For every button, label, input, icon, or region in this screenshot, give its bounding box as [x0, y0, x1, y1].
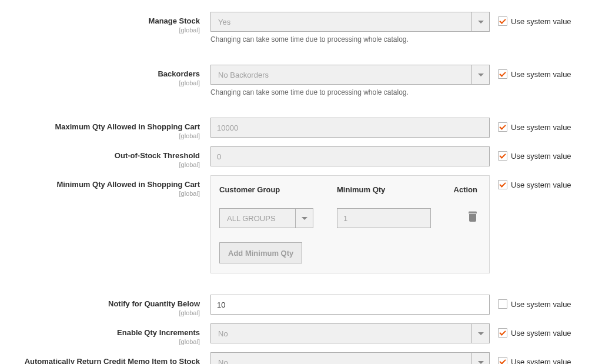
chevron-down-icon [471, 353, 489, 364]
label-auto-return: Automatically Return Credit Memo Item to… [25, 357, 200, 364]
input-max-qty[interactable] [210, 118, 490, 138]
checkbox-use-system-manage-stock[interactable] [498, 16, 507, 26]
label-notify-below: Notify for Quantity Below [108, 299, 200, 308]
use-system-label: Use system value [511, 152, 571, 161]
select-customer-group[interactable]: ALL GROUPS [219, 208, 313, 228]
row-auto-return: Automatically Return Credit Memo Item to… [11, 352, 591, 364]
row-min-qty-group: Minimum Qty Allowed in Shopping Cart [gl… [11, 175, 591, 273]
trash-icon[interactable] [468, 212, 477, 223]
label-enable-qty-inc: Enable Qty Increments [117, 328, 200, 337]
min-qty-group-box: Customer Group Minimum Qty Action ALL GR… [210, 175, 490, 273]
helper-manage-stock: Changing can take some time due to proce… [210, 35, 490, 44]
add-minimum-qty-button[interactable]: Add Minimum Qty [219, 242, 302, 263]
th-action: Action [437, 185, 481, 194]
checkbox-use-system-oos-threshold[interactable] [498, 151, 507, 161]
row-manage-stock: Manage Stock [global] Yes Changing can t… [11, 12, 591, 44]
chevron-down-icon [471, 65, 489, 84]
input-minimum-qty[interactable] [337, 208, 431, 228]
use-system-label: Use system value [511, 358, 571, 365]
scope-label: [global] [11, 161, 200, 168]
select-enable-qty-inc[interactable]: No [210, 323, 490, 343]
row-notify-below: Notify for Quantity Below [global] Use s… [11, 295, 591, 316]
use-system-label: Use system value [511, 181, 571, 189]
checkbox-use-system-notify-below[interactable] [498, 299, 507, 309]
row-oos-threshold: Out-of-Stock Threshold [global] Use syst… [11, 146, 591, 168]
select-backorders[interactable]: No Backorders [210, 65, 490, 85]
label-backorders: Backorders [158, 69, 200, 78]
use-system-label: Use system value [511, 300, 571, 309]
chevron-down-icon [471, 12, 489, 31]
table-row: ALL GROUPS [219, 200, 481, 236]
scope-label: [global] [11, 190, 200, 197]
checkbox-use-system-auto-return[interactable] [498, 357, 507, 364]
input-notify-below[interactable] [210, 295, 490, 315]
select-manage-stock[interactable]: Yes [210, 12, 490, 32]
checkbox-use-system-min-qty[interactable] [498, 180, 507, 189]
use-system-label: Use system value [511, 17, 571, 26]
row-enable-qty-inc: Enable Qty Increments [global] No Use sy… [11, 323, 591, 345]
label-max-qty: Maximum Qty Allowed in Shopping Cart [55, 122, 200, 131]
scope-label: [global] [11, 309, 200, 316]
scope-label: [global] [11, 26, 200, 34]
checkbox-use-system-max-qty[interactable] [498, 122, 507, 132]
row-backorders: Backorders [global] No Backorders Changi… [11, 65, 591, 96]
use-system-label: Use system value [511, 329, 571, 338]
chevron-down-icon [295, 209, 313, 228]
scope-label: [global] [11, 79, 200, 86]
chevron-down-icon [471, 324, 489, 343]
label-min-qty: Minimum Qty Allowed in Shopping Cart [56, 180, 200, 189]
label-manage-stock: Manage Stock [149, 16, 200, 25]
scope-label: [global] [11, 338, 200, 345]
use-system-label: Use system value [511, 123, 571, 132]
scope-label: [global] [11, 132, 200, 139]
checkbox-use-system-enable-qty-inc[interactable] [498, 328, 507, 338]
input-oos-threshold[interactable] [210, 146, 490, 166]
label-oos-threshold: Out-of-Stock Threshold [115, 151, 200, 160]
th-customer-group: Customer Group [219, 185, 337, 194]
checkbox-use-system-backorders[interactable] [498, 69, 507, 79]
select-auto-return[interactable]: No [210, 352, 490, 364]
row-max-qty: Maximum Qty Allowed in Shopping Cart [gl… [11, 118, 591, 139]
helper-backorders: Changing can take some time due to proce… [210, 88, 490, 96]
use-system-label: Use system value [511, 70, 571, 79]
th-minimum-qty: Minimum Qty [337, 185, 437, 194]
